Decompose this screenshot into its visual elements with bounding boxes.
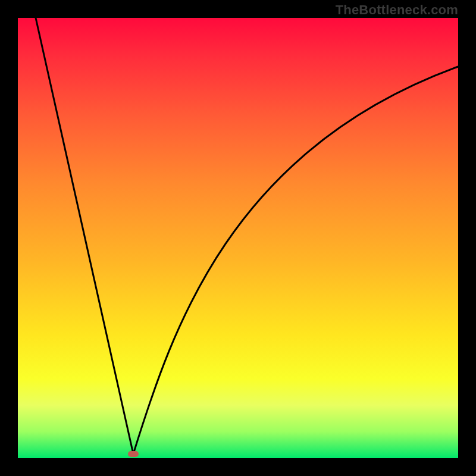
min-marker (128, 451, 139, 457)
curve-right-branch (133, 67, 458, 454)
bottleneck-curve (18, 18, 458, 458)
curve-left-branch (36, 18, 133, 454)
plot-area (18, 18, 458, 458)
watermark-text: TheBottleneck.com (336, 2, 458, 18)
